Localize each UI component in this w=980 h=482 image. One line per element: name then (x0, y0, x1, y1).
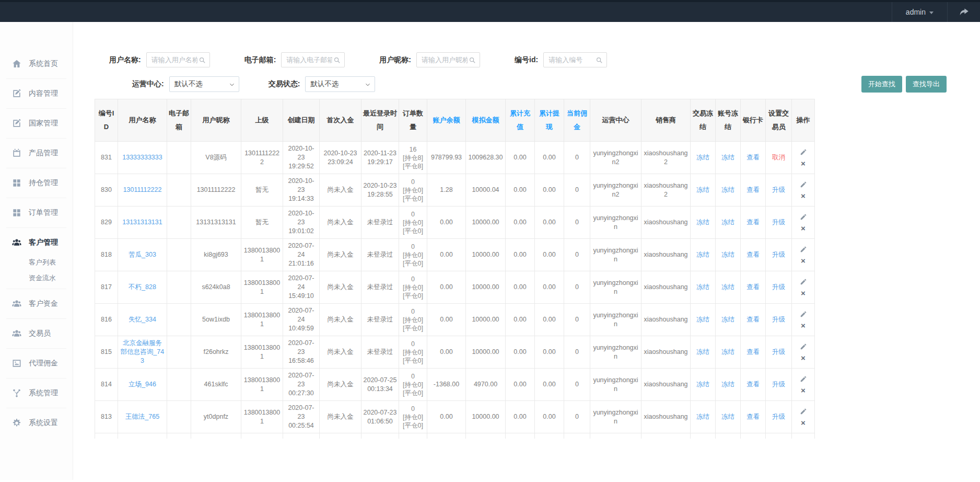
nickname-input[interactable] (421, 55, 469, 64)
sidebar-item-product[interactable]: 产品管理 (6, 141, 66, 165)
sidebar-item-system-setting[interactable]: 系统设置 (6, 411, 66, 435)
sidebar-subitem-customer-list[interactable]: 客户列表 (6, 255, 66, 270)
email-input[interactable] (285, 55, 333, 64)
set-trader-link[interactable]: 升级 (772, 251, 785, 258)
logout-button[interactable] (948, 2, 980, 22)
user-name-link[interactable]: 北京金融服务部信息咨询_743 (121, 339, 164, 364)
sidebar-item-home[interactable]: 系统首页 (6, 52, 66, 76)
trade-freeze-link[interactable]: 冻结 (696, 186, 709, 193)
trade-freeze-link[interactable]: 冻结 (696, 316, 709, 323)
account-freeze-link[interactable]: 冻结 (721, 154, 734, 161)
bank-card-link[interactable]: 查看 (746, 316, 760, 323)
sidebar-item-customer-fund[interactable]: 客户资金 (6, 292, 66, 316)
search-icon[interactable] (469, 56, 476, 64)
edit-pencil-icon[interactable] (800, 213, 807, 223)
sidebar-item-trader[interactable]: 交易员 (6, 322, 66, 346)
edit-pencil-icon[interactable] (800, 375, 807, 385)
delete-x-icon[interactable]: × (801, 225, 806, 232)
username-input[interactable] (150, 55, 199, 64)
trade-freeze-link[interactable]: 冻结 (696, 154, 709, 161)
delete-x-icon[interactable]: × (801, 419, 806, 426)
edit-pencil-icon[interactable] (800, 181, 807, 191)
trade-freeze-link[interactable]: 冻结 (696, 413, 709, 420)
edit-pencil-icon[interactable] (800, 278, 807, 288)
search-icon[interactable] (199, 56, 206, 64)
bank-card-link[interactable]: 查看 (746, 348, 760, 355)
sidebar-item-agent-commission[interactable]: 代理佣金 (6, 351, 66, 375)
user-name-link[interactable]: 王德法_765 (125, 413, 159, 420)
edit-pencil-icon[interactable] (800, 148, 807, 158)
sidebar-item-customer[interactable]: 客户管理 (6, 231, 66, 255)
cell-ops: × (792, 304, 815, 336)
search-button[interactable]: 开始查找 (861, 76, 902, 93)
account-freeze-link[interactable]: 冻结 (721, 283, 734, 291)
account-freeze-link[interactable]: 冻结 (721, 381, 734, 388)
sidebar-item-position[interactable]: 持仓管理 (6, 171, 66, 195)
orders-line: 0 (401, 275, 425, 283)
trade-freeze-link[interactable]: 冻结 (696, 381, 709, 388)
set-trader-link[interactable]: 升级 (772, 381, 785, 388)
search-icon[interactable] (596, 56, 603, 64)
account-freeze-link[interactable]: 冻结 (721, 316, 734, 323)
user-name-link[interactable]: 苦瓜_303 (129, 251, 156, 258)
search-icon[interactable] (333, 56, 341, 64)
account-freeze-link[interactable]: 冻结 (721, 251, 734, 258)
center-select[interactable]: 默认不选 (169, 76, 239, 92)
delete-x-icon[interactable]: × (801, 322, 806, 329)
edit-pencil-icon[interactable] (800, 311, 807, 320)
user-menu[interactable]: admin (892, 2, 948, 22)
export-button[interactable]: 查找导出 (906, 76, 947, 93)
edit-pencil-icon[interactable] (800, 408, 807, 418)
set-trader-link[interactable]: 升级 (772, 413, 785, 420)
trade-freeze-link[interactable]: 冻结 (696, 219, 709, 226)
trade-status-select[interactable]: 默认不选 (305, 76, 375, 92)
bank-card-link[interactable]: 查看 (746, 186, 760, 193)
delete-x-icon[interactable]: × (801, 387, 806, 394)
edit-pencil-icon[interactable] (800, 343, 807, 353)
user-name-link[interactable]: 立场_946 (129, 381, 156, 388)
delete-x-icon[interactable]: × (801, 160, 806, 167)
user-name-link[interactable]: 失忆_334 (129, 316, 156, 323)
trade-freeze-link[interactable]: 冻结 (696, 348, 709, 355)
set-trader-link[interactable]: 升级 (772, 316, 785, 323)
account-freeze-link[interactable]: 冻结 (721, 413, 734, 420)
orders-line: [平仓0] (401, 292, 425, 300)
bank-card-link[interactable]: 查看 (746, 154, 760, 161)
user-name-link[interactable]: 13131313131 (122, 219, 162, 226)
account-freeze-link[interactable]: 冻结 (721, 219, 734, 226)
bank-card-link[interactable]: 查看 (746, 283, 760, 291)
bank-card-link[interactable]: 查看 (746, 381, 760, 388)
set-trader-link[interactable]: 升级 (772, 186, 785, 193)
delete-x-icon[interactable]: × (801, 192, 806, 199)
sidebar-item-content[interactable]: 内容管理 (6, 82, 66, 106)
edit-pencil-icon[interactable] (800, 246, 807, 256)
sidebar-item-order[interactable]: 订单管理 (6, 201, 66, 225)
sidebar-item-label: 代理佣金 (29, 359, 58, 368)
set-trader-link[interactable]: 升级 (772, 283, 785, 291)
user-name-link[interactable]: 13011112222 (123, 186, 162, 193)
user-name-link[interactable]: 不朽_828 (129, 283, 156, 291)
trade-freeze-link[interactable]: 冻结 (696, 251, 709, 258)
delete-x-icon[interactable]: × (801, 257, 806, 264)
sidebar-item-system-manage[interactable]: 系统管理 (6, 381, 66, 405)
set-trader-link[interactable]: 升级 (772, 348, 785, 355)
delete-x-icon[interactable]: × (801, 290, 806, 296)
set-trader-link[interactable]: 升级 (772, 219, 785, 226)
account-freeze-link[interactable]: 冻结 (721, 186, 734, 193)
delete-x-icon[interactable]: × (801, 354, 806, 361)
bank-card-link[interactable]: 查看 (746, 219, 760, 226)
customer-table-wrap: 编号ID用户名称电子邮箱用户昵称上级创建日期首次入金最近登录时间订单数量账户余额… (95, 99, 980, 439)
sidebar-subitem-fund-flow[interactable]: 资金流水 (6, 270, 66, 286)
bank-card-link[interactable]: 查看 (746, 251, 760, 258)
cell-trade_freeze: 冻结 (691, 336, 716, 369)
cell-seller: xiaoshoushang (641, 239, 691, 271)
userid-input[interactable] (547, 55, 596, 64)
trade-freeze-link[interactable]: 冻结 (696, 283, 709, 291)
cell-id: 818 (95, 239, 118, 271)
sidebar-item-country[interactable]: 国家管理 (6, 111, 66, 135)
user-name-link[interactable]: 13333333333 (122, 154, 162, 161)
set-trader-link[interactable]: 取消 (772, 154, 785, 161)
cell-name: 北京金融服务部信息咨询_743 (118, 336, 167, 369)
bank-card-link[interactable]: 查看 (746, 413, 760, 420)
account-freeze-link[interactable]: 冻结 (721, 348, 734, 355)
